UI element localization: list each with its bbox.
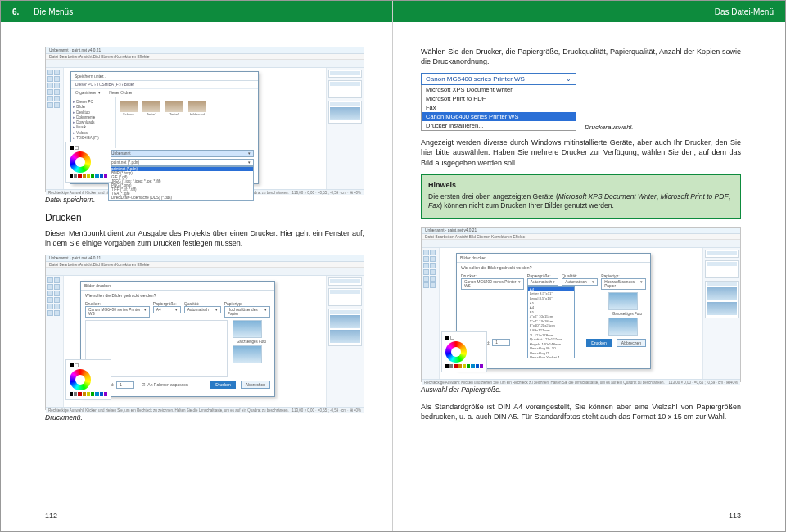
tool-icon xyxy=(54,76,60,82)
page-right: Das Datei-Menü Wählen Sie den Drucker, d… xyxy=(393,1,785,531)
copies-input[interactable]: 1 xyxy=(492,339,510,346)
printer-select[interactable]: Canon MG6400 series Printer WS▾ xyxy=(461,278,524,290)
tool-icon xyxy=(47,89,53,95)
color-panel xyxy=(66,359,111,400)
screenshot-save-dialog: Unbenannt - paint.net v4.0.21 Datei Bear… xyxy=(45,47,364,192)
quality-select[interactable]: Automatisch▾ xyxy=(562,278,598,286)
right-panels xyxy=(326,68,364,189)
canvas-area: Speichern unter... Dieser PC › TOSHIBA (… xyxy=(64,68,326,189)
layout-options[interactable]: Ganzseitiges Foto xyxy=(233,320,270,377)
screenshot-print-dialog: Unbenannt - paint.net v4.0.21 Datei Bear… xyxy=(45,255,364,410)
filename-input[interactable]: Unbenannt▾ xyxy=(108,150,254,157)
papersize-select[interactable]: Automatisch▾ xyxy=(527,278,558,286)
papersize-label: Papiergröße: xyxy=(153,301,181,306)
papertype-select[interactable]: Hochauflösendes Papier▾ xyxy=(601,278,646,290)
caption-printmenu: Druckmenü. xyxy=(45,413,364,422)
layout-options[interactable]: Ganzseitiges Foto xyxy=(608,292,646,336)
tool-icon xyxy=(54,102,60,108)
caption-printer-select: Druckerauswahl. xyxy=(585,124,634,131)
printer-dropdown-list[interactable]: Microsoft XPS Document Writer Microsoft … xyxy=(421,85,576,131)
screenshot-papersize: Unbenannt - paint.net v4.0.21 Datei Bear… xyxy=(421,227,741,382)
para-print: Dieser Menüpunkt dient zur Ausgabe des P… xyxy=(45,228,364,248)
page-left: 6. Die Menüs Unbenannt - paint.net v4.0.… xyxy=(1,1,393,531)
status-bar: Rechteckige Auswahl: Klicken und ziehen … xyxy=(46,407,364,413)
tool-icon xyxy=(47,76,53,82)
cancel-button[interactable]: Abbrechen xyxy=(241,381,270,389)
app-titlebar: Unbenannt - paint.net v4.0.21 xyxy=(422,228,740,234)
app-menubar: Datei Bearbeiten Ansicht Bild Ebenen Kor… xyxy=(422,234,740,240)
tool-icon xyxy=(47,70,53,75)
new-folder-button[interactable]: Neuer Ordner xyxy=(109,91,133,95)
page-number-left: 112 xyxy=(45,512,57,520)
tools-panel xyxy=(46,276,64,407)
chevron-down-icon: ⌄ xyxy=(566,75,571,83)
filetype-options[interactable]: paint.net (*.pdn) BMP (*.bmp) GIF (*.gif… xyxy=(108,166,254,201)
tools-panel xyxy=(422,248,440,379)
printer-dropdown-figure: Canon MG6400 series Printer WS ⌄ Microso… xyxy=(421,73,741,131)
para-intro: Wählen Sie den Drucker, die Papiergröße,… xyxy=(421,47,741,66)
papertype-select[interactable]: Hochauflösendes Papier▾ xyxy=(224,306,270,318)
header-right: Das Datei-Menü xyxy=(393,1,785,22)
tool-icon xyxy=(54,89,60,95)
color-wheel-icon xyxy=(70,369,91,390)
breadcrumb[interactable]: Dieser PC › TOSHIBA (F:) › Bilder xyxy=(71,81,258,89)
tool-icon xyxy=(47,96,53,101)
papersize-select[interactable]: A4▾ xyxy=(153,306,181,313)
color-panel xyxy=(441,331,487,372)
tools-panel xyxy=(46,68,64,189)
folder-tree[interactable]: Dieser PC Bilder Desktop Dokumente Downl… xyxy=(71,97,116,148)
color-wheel-icon xyxy=(445,341,467,363)
app-menubar: Datei Bearbeiten Ansicht Bild Ebenen Kor… xyxy=(46,262,364,268)
tool-icon xyxy=(54,83,60,88)
cancel-button[interactable]: Abbrechen xyxy=(617,339,646,347)
color-panel xyxy=(66,142,111,183)
tool-icon xyxy=(54,70,60,75)
printer-dropdown-selected[interactable]: Canon MG6400 series Printer WS ⌄ xyxy=(421,73,576,85)
caption-papersize: Auswahl der Papiergröße. xyxy=(421,385,741,394)
para-after-dropdown: Angezeigt werden diverse durch Windows m… xyxy=(421,138,741,167)
right-panels xyxy=(326,276,364,407)
chapter-number: 6. xyxy=(12,7,19,16)
canvas-area: Bilder drucken Wie sollen die Bilder ged… xyxy=(440,248,702,379)
book-spread: 6. Die Menüs Unbenannt - paint.net v4.0.… xyxy=(0,0,786,532)
dialog-subtitle: Wie sollen die Bilder gedruckt werden? xyxy=(461,265,646,270)
app-toolbar xyxy=(46,268,364,276)
app-titlebar: Unbenannt - paint.net v4.0.21 xyxy=(46,255,364,262)
dialog-title: Bilder drucken xyxy=(457,254,650,263)
print-button[interactable]: Drucken xyxy=(586,339,612,347)
tool-icon xyxy=(47,102,53,108)
hint-box: Hinweis Die ersten drei oben angezeigten… xyxy=(421,174,741,219)
tool-icon xyxy=(54,96,60,101)
app-toolbar xyxy=(422,240,740,248)
status-bar: Rechteckige Auswahl: Klicken und ziehen … xyxy=(422,379,740,385)
dialog-subtitle: Wie sollen die Bilder gedruckt werden? xyxy=(85,293,270,298)
hint-title: Hinweis xyxy=(428,180,734,190)
fit-frame-checkbox[interactable]: An Rahmen anpassen xyxy=(147,382,187,387)
color-wheel-icon xyxy=(70,151,91,173)
header-left: 6. Die Menüs xyxy=(1,1,392,22)
page-number-right: 113 xyxy=(729,512,741,520)
layer-thumb xyxy=(330,107,360,120)
app-toolbar xyxy=(46,60,364,68)
organize-button[interactable]: Organisieren ▾ xyxy=(75,91,101,95)
section-title: Das Datei-Menü xyxy=(715,7,774,16)
app-menubar: Datei Bearbeiten Ansicht Bild Ebenen Kor… xyxy=(46,54,364,60)
dialog-title: Speichern unter... xyxy=(71,72,258,81)
dialog-title: Bilder drucken xyxy=(81,282,274,291)
para-end: Als Standardgröße ist DIN A4 voreingeste… xyxy=(421,402,741,422)
quality-select[interactable]: Automatisch▾ xyxy=(184,306,221,313)
print-button[interactable]: Drucken xyxy=(210,381,236,389)
heading-print: Drucken xyxy=(45,212,364,223)
canvas-area: Bilder drucken Wie sollen die Bilder ged… xyxy=(64,276,326,407)
copies-input[interactable]: 1 xyxy=(116,381,134,389)
chapter-title: Die Menüs xyxy=(34,7,73,16)
hint-body: Die ersten drei oben angezeigten Geräte … xyxy=(428,192,734,211)
filetype-select[interactable]: paint.net (*.pdn)▾ xyxy=(108,159,254,166)
papersize-options[interactable]: A4 Letter 8.5"x11" Legal 8.5"x14" A5 A4 … xyxy=(527,286,575,358)
file-tiles[interactable]: Schloss Terhe1 Terhe2 Hildesund xyxy=(116,97,258,119)
printer-select[interactable]: Canon MG6400 series Printer WS▾ xyxy=(85,306,150,318)
app-titlebar: Unbenannt - paint.net v4.0.21 xyxy=(46,47,364,54)
tool-icon xyxy=(47,83,53,88)
right-panels xyxy=(702,248,740,379)
